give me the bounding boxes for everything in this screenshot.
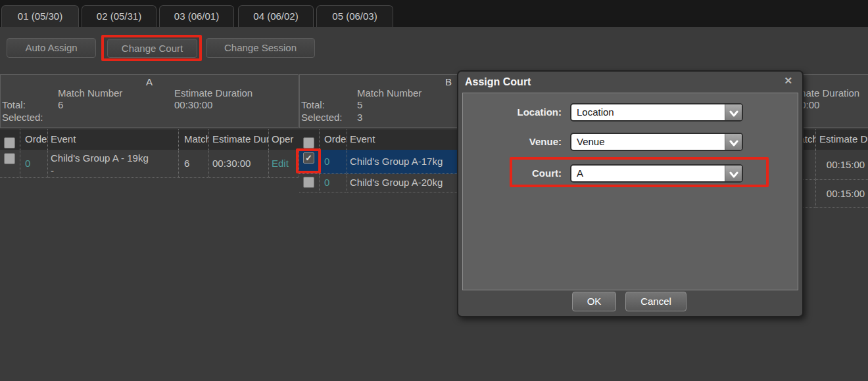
column-estimate: Estimate Duration	[209, 129, 269, 150]
total-label: Total:	[301, 99, 325, 110]
order-value: 0	[320, 150, 347, 174]
total-value: 6	[58, 99, 63, 110]
auto-assign-button[interactable]: Auto Assign	[7, 38, 96, 58]
court-a-label: A	[1, 76, 298, 87]
select-all-cell	[299, 129, 320, 150]
edit-link[interactable]: Edit	[269, 150, 299, 178]
total-label: Total:	[2, 99, 26, 110]
court-selected-value: A	[577, 168, 583, 179]
change-session-button[interactable]: Change Session	[206, 38, 315, 58]
estimate-value: 00:15:00	[816, 180, 868, 208]
court-a-summary: A Match Number Estimate Duration Total: …	[0, 74, 299, 128]
estimate-total-value: 00:30:00	[174, 99, 212, 110]
event-name-line1: Child's Group A - 19kg	[51, 152, 178, 164]
location-selected-value: Location	[577, 106, 614, 118]
close-icon[interactable]: ✕	[784, 75, 792, 87]
dialog-body: Location: Location Venue: Venue Court: A	[462, 93, 798, 290]
chevron-down-icon[interactable]	[725, 104, 742, 120]
column-event: Event	[48, 129, 179, 150]
cancel-button[interactable]: Cancel	[625, 292, 687, 311]
row-checkbox[interactable]	[4, 153, 15, 164]
estimate-value: 00:30:00	[209, 150, 269, 178]
column-estimate: Estimate Duration	[816, 129, 868, 150]
location-select[interactable]: Location	[570, 103, 743, 122]
venue-label: Venue:	[463, 136, 562, 147]
change-court-button[interactable]: Change Court	[107, 39, 197, 58]
match-count: 6	[179, 150, 209, 178]
event-name-line2: -	[51, 164, 178, 177]
row-checkbox-checked[interactable]: ✓	[303, 152, 314, 164]
session-tabbar: 01 (05/30) 02 (05/31) 03 (06/01) 04 (06/…	[0, 0, 868, 27]
match-number-label: Match Number	[58, 87, 122, 99]
column-match: Match	[179, 129, 209, 150]
estimate-value: 00:15:00	[816, 150, 868, 180]
column-order: Order	[320, 129, 347, 150]
tab-day-04[interactable]: 04 (06/02)	[238, 5, 314, 27]
select-all-checkbox[interactable]	[303, 137, 314, 148]
order-value: 0	[320, 174, 347, 192]
selected-label: Selected:	[2, 112, 43, 123]
estimate-duration-label: Estimate Duration	[174, 87, 253, 99]
dialog-title: Assign Court	[465, 76, 531, 88]
court-select[interactable]: A	[570, 164, 743, 183]
venue-field-row: Venue: Venue	[463, 133, 798, 151]
chevron-down-icon[interactable]	[725, 166, 742, 181]
select-all-cell	[0, 129, 20, 150]
total-value: 5	[357, 99, 362, 110]
selected-label: Selected:	[301, 112, 343, 123]
venue-select[interactable]: Venue	[570, 133, 743, 151]
court-field-row: Court: A	[463, 164, 798, 183]
table-row: 0 Child's Group A - 19kg - 6 00:30:00 Ed…	[0, 150, 299, 178]
tab-day-03[interactable]: 03 (06/01)	[159, 5, 234, 27]
assign-court-dialog: Assign Court ✕ Location: Location Venue:…	[457, 70, 804, 317]
court-label: Court:	[463, 168, 562, 179]
selected-value: 3	[357, 112, 362, 123]
row-checkbox[interactable]	[303, 177, 314, 188]
tab-day-02[interactable]: 02 (05/31)	[82, 5, 157, 27]
column-order: Order	[20, 129, 48, 150]
event-name: Child's Group A - 19kg -	[48, 150, 179, 178]
dialog-footer: OK Cancel	[458, 290, 802, 316]
column-operation: Oper	[269, 129, 299, 150]
location-field-row: Location: Location	[463, 103, 798, 122]
tab-day-01[interactable]: 01 (05/30)	[1, 5, 79, 27]
chevron-down-icon[interactable]	[725, 134, 742, 150]
match-number-label: Match Number	[357, 87, 422, 99]
location-label: Location:	[463, 106, 562, 118]
tab-day-05[interactable]: 05 (06/03)	[316, 5, 393, 27]
venue-selected-value: Venue	[577, 136, 605, 147]
court-a-table-header: Order Event Match Estimate Duration Oper	[0, 129, 299, 150]
order-value: 0	[20, 150, 48, 178]
select-all-checkbox[interactable]	[4, 137, 15, 148]
ok-button[interactable]: OK	[572, 292, 616, 311]
